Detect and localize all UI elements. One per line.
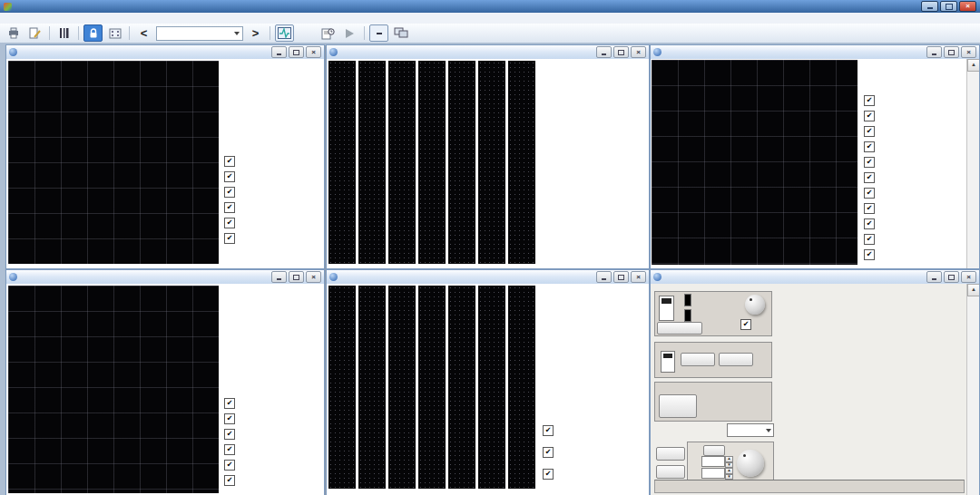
checkbox-checked-icon[interactable] bbox=[864, 218, 875, 229]
minimize-button[interactable] bbox=[921, 1, 938, 12]
channel-dropdown[interactable] bbox=[727, 423, 774, 437]
trace-row[interactable] bbox=[543, 442, 558, 463]
mute-toggle[interactable] bbox=[740, 319, 754, 330]
close-button[interactable]: × bbox=[961, 271, 976, 283]
ep-mode-icon[interactable] bbox=[369, 24, 388, 42]
checkbox-checked-icon[interactable] bbox=[864, 95, 875, 106]
close-button[interactable]: × bbox=[631, 46, 646, 58]
trace-row[interactable] bbox=[224, 457, 240, 472]
grpsetup-button[interactable] bbox=[657, 322, 702, 335]
checkbox-checked-icon[interactable] bbox=[864, 157, 875, 168]
lock-icon[interactable] bbox=[83, 24, 103, 42]
trace-row[interactable] bbox=[224, 395, 240, 411]
trace-row[interactable] bbox=[864, 108, 879, 123]
report-edit-icon[interactable] bbox=[25, 24, 44, 42]
minimize-button[interactable] bbox=[926, 271, 942, 283]
scroll-up-icon[interactable]: ▲ bbox=[967, 284, 979, 296]
trace-row[interactable] bbox=[224, 426, 240, 442]
trace-row[interactable] bbox=[224, 215, 240, 230]
trace-row[interactable] bbox=[864, 139, 879, 154]
trace-row[interactable] bbox=[864, 92, 879, 108]
impedance-icon[interactable] bbox=[297, 24, 316, 42]
intensity-knob[interactable] bbox=[737, 450, 764, 477]
trace-row[interactable] bbox=[864, 185, 879, 200]
checkbox-checked-icon[interactable] bbox=[543, 469, 554, 480]
checkbox-checked-icon[interactable] bbox=[224, 171, 235, 182]
close-button[interactable]: × bbox=[959, 1, 976, 12]
lsep-titlebar[interactable]: × bbox=[6, 45, 324, 60]
trace-row[interactable] bbox=[224, 199, 240, 215]
checkbox-checked-icon[interactable] bbox=[864, 203, 875, 214]
event-log-icon[interactable] bbox=[318, 24, 338, 42]
trace-row[interactable] bbox=[864, 247, 879, 262]
workstation-icon[interactable] bbox=[391, 24, 410, 42]
sep-clear-button[interactable] bbox=[719, 353, 753, 366]
scroll-up-icon[interactable]: ▲ bbox=[967, 59, 979, 72]
rsep-titlebar[interactable]: × bbox=[6, 270, 324, 285]
minimize-button[interactable] bbox=[596, 46, 612, 58]
audio-volume-knob[interactable] bbox=[745, 295, 765, 315]
print-icon[interactable] bbox=[4, 24, 23, 42]
minimize-button[interactable] bbox=[271, 46, 287, 58]
control-titlebar[interactable]: × bbox=[651, 270, 979, 285]
trace-row[interactable] bbox=[224, 230, 240, 246]
checkbox-checked-icon[interactable] bbox=[224, 460, 235, 471]
restore-button[interactable] bbox=[289, 271, 304, 283]
checkbox-checked-icon[interactable] bbox=[740, 319, 751, 330]
sep-store-button[interactable] bbox=[681, 353, 715, 366]
checkbox-checked-icon[interactable] bbox=[224, 218, 235, 228]
checkbox-checked-icon[interactable] bbox=[543, 425, 554, 436]
minimize-button[interactable] bbox=[271, 271, 287, 283]
waveform-view-icon[interactable] bbox=[275, 24, 294, 42]
barcode-icon[interactable] bbox=[54, 24, 74, 42]
checkbox-checked-icon[interactable] bbox=[864, 172, 875, 183]
checkbox-checked-icon[interactable] bbox=[224, 429, 235, 440]
trace-row[interactable] bbox=[543, 420, 558, 442]
close-button[interactable]: × bbox=[306, 46, 321, 58]
next-icon[interactable]: > bbox=[246, 24, 265, 42]
timer-slider[interactable] bbox=[659, 296, 674, 321]
trace-row[interactable] bbox=[864, 170, 879, 185]
checkbox-checked-icon[interactable] bbox=[224, 156, 235, 167]
fullscreen-icon[interactable] bbox=[105, 24, 124, 42]
tcs-clear-button[interactable] bbox=[656, 465, 685, 479]
tcs-store-button[interactable] bbox=[656, 447, 685, 461]
checkbox-checked-icon[interactable] bbox=[224, 187, 235, 198]
close-button[interactable]: × bbox=[306, 271, 321, 283]
run-icon[interactable] bbox=[340, 24, 359, 42]
checkbox-checked-icon[interactable] bbox=[864, 234, 875, 245]
trace-row[interactable] bbox=[864, 200, 879, 216]
trace-row[interactable] bbox=[224, 472, 240, 488]
checkbox-checked-icon[interactable] bbox=[224, 202, 235, 213]
trace-row[interactable] bbox=[864, 154, 879, 170]
checkbox-checked-icon[interactable] bbox=[864, 111, 875, 121]
restore-button[interactable] bbox=[944, 271, 959, 283]
restore-button[interactable] bbox=[613, 271, 629, 283]
checkbox-checked-icon[interactable] bbox=[224, 475, 235, 486]
restore-button[interactable] bbox=[944, 46, 959, 58]
isi-spinner[interactable]: ▲▼ bbox=[701, 468, 733, 479]
restore-button[interactable] bbox=[613, 46, 629, 58]
pol-value-button[interactable] bbox=[703, 445, 725, 456]
checkbox-checked-icon[interactable] bbox=[224, 444, 235, 455]
checkbox-checked-icon[interactable] bbox=[224, 413, 235, 424]
trace-row[interactable] bbox=[543, 463, 558, 485]
prev-icon[interactable]: < bbox=[134, 24, 153, 42]
vertical-scrollbar[interactable]: ▲ bbox=[966, 284, 979, 495]
trace-row[interactable] bbox=[224, 169, 240, 184]
maximize-button[interactable] bbox=[940, 1, 957, 12]
checkbox-checked-icon[interactable] bbox=[864, 141, 875, 152]
trace-row[interactable] bbox=[864, 231, 879, 247]
checkbox-checked-icon[interactable] bbox=[543, 447, 554, 458]
func-titlebar[interactable]: × bbox=[327, 45, 649, 60]
trace-row[interactable] bbox=[224, 442, 240, 457]
minimize-button[interactable] bbox=[596, 271, 612, 283]
trace-row[interactable] bbox=[224, 184, 240, 199]
single-trigger-button[interactable] bbox=[659, 394, 697, 418]
protocol-dropdown[interactable] bbox=[156, 26, 243, 41]
trace-row[interactable] bbox=[224, 153, 240, 169]
checkbox-checked-icon[interactable] bbox=[224, 398, 235, 409]
checkbox-checked-icon[interactable] bbox=[864, 188, 875, 199]
close-button[interactable]: × bbox=[961, 46, 976, 58]
minimize-button[interactable] bbox=[926, 46, 942, 58]
